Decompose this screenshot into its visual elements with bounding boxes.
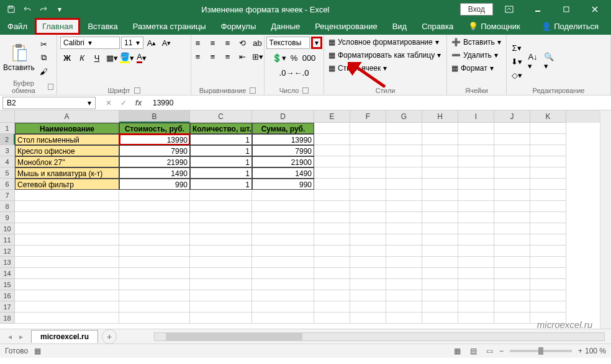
- cell-F5[interactable]: [350, 167, 386, 179]
- cell-H6[interactable]: [422, 179, 458, 190]
- cell-E3[interactable]: [314, 145, 350, 156]
- font-color-icon[interactable]: A▾: [135, 51, 148, 64]
- cell-C2[interactable]: 1: [190, 134, 252, 145]
- vertical-scrollbar[interactable]: [600, 110, 611, 329]
- cell-A2[interactable]: Стол письменный: [15, 134, 119, 145]
- row-header-11[interactable]: 11: [0, 234, 15, 246]
- cell-E8[interactable]: [314, 201, 350, 212]
- cell-H3[interactable]: [422, 145, 458, 156]
- cell-E5[interactable]: [314, 167, 350, 179]
- column-header-C[interactable]: C: [190, 110, 252, 123]
- cell-G9[interactable]: [386, 212, 422, 223]
- cell-E9[interactable]: [314, 212, 350, 223]
- cell-C16[interactable]: [190, 290, 252, 301]
- ribbon-display-icon[interactable]: [497, 0, 522, 19]
- save-icon[interactable]: [4, 2, 19, 17]
- cell-A15[interactable]: [15, 279, 119, 290]
- cell-D16[interactable]: [252, 290, 314, 301]
- clipboard-launcher[interactable]: [48, 84, 53, 90]
- cell-K4[interactable]: [530, 156, 566, 167]
- row-header-9[interactable]: 9: [0, 212, 15, 223]
- orientation-icon[interactable]: ⟲: [236, 37, 250, 49]
- cell-I16[interactable]: [458, 290, 494, 301]
- cell-G5[interactable]: [386, 167, 422, 179]
- cell-J11[interactable]: [494, 234, 530, 246]
- cell-E7[interactable]: [314, 190, 350, 201]
- cell-A17[interactable]: [15, 301, 119, 313]
- cell-H15[interactable]: [422, 279, 458, 290]
- cell-C17[interactable]: [190, 301, 252, 313]
- cell-F14[interactable]: [350, 268, 386, 279]
- cell-G10[interactable]: [386, 223, 422, 234]
- column-header-K[interactable]: K: [530, 110, 566, 123]
- cell-B3[interactable]: 7990: [119, 145, 190, 156]
- cell-H7[interactable]: [422, 190, 458, 201]
- cell-I2[interactable]: [458, 134, 494, 145]
- tab-view[interactable]: Вид: [385, 18, 415, 35]
- page-break-view-icon[interactable]: ▭: [483, 345, 497, 357]
- cell-J4[interactable]: [494, 156, 530, 167]
- cell-F1[interactable]: [350, 123, 386, 134]
- cell-H4[interactable]: [422, 156, 458, 167]
- fx-icon[interactable]: fx: [132, 97, 145, 109]
- cell-B16[interactable]: [119, 290, 190, 301]
- cell-B6[interactable]: 990: [119, 179, 190, 190]
- cell-G15[interactable]: [386, 279, 422, 290]
- row-header-10[interactable]: 10: [0, 223, 15, 234]
- increase-font-icon[interactable]: A▴: [145, 37, 158, 49]
- cell-A9[interactable]: [15, 212, 119, 223]
- cell-K1[interactable]: [530, 123, 566, 134]
- row-header-18[interactable]: 18: [0, 313, 15, 324]
- cell-H5[interactable]: [422, 167, 458, 179]
- cell-G12[interactable]: [386, 246, 422, 257]
- number-format-dropdown[interactable]: ▾: [311, 37, 322, 49]
- cell-B4[interactable]: 21990: [119, 156, 190, 167]
- row-header-16[interactable]: 16: [0, 290, 15, 301]
- align-center-icon[interactable]: ≡: [206, 50, 220, 63]
- cell-D14[interactable]: [252, 268, 314, 279]
- row-header-1[interactable]: 1: [0, 123, 15, 134]
- cell-G13[interactable]: [386, 257, 422, 268]
- accounting-format-icon[interactable]: 💲▾: [273, 51, 286, 64]
- column-header-D[interactable]: D: [252, 110, 314, 123]
- cell-J14[interactable]: [494, 268, 530, 279]
- find-select-icon[interactable]: 🔍▾: [542, 52, 556, 71]
- cell-F2[interactable]: [350, 134, 386, 145]
- cell-A18[interactable]: [15, 313, 119, 324]
- cell-A10[interactable]: [15, 223, 119, 234]
- cell-C12[interactable]: [190, 246, 252, 257]
- cell-H1[interactable]: [422, 123, 458, 134]
- cell-C8[interactable]: [190, 201, 252, 212]
- row-header-12[interactable]: 12: [0, 246, 15, 257]
- cell-H9[interactable]: [422, 212, 458, 223]
- cell-G4[interactable]: [386, 156, 422, 167]
- cell-C14[interactable]: [190, 268, 252, 279]
- tab-help[interactable]: Справка: [414, 18, 461, 35]
- column-header-F[interactable]: F: [350, 110, 386, 123]
- cell-G6[interactable]: [386, 179, 422, 190]
- paste-button[interactable]: Вставить: [3, 43, 35, 72]
- cell-I3[interactable]: [458, 145, 494, 156]
- enter-icon[interactable]: ✓: [117, 97, 130, 109]
- cell-J5[interactable]: [494, 167, 530, 179]
- cell-K12[interactable]: [530, 246, 566, 257]
- cell-A6[interactable]: Сетевой фильтр: [15, 179, 119, 190]
- cell-D1[interactable]: Сумма, руб.: [252, 123, 314, 134]
- formula-input[interactable]: [149, 99, 611, 107]
- cell-H17[interactable]: [422, 301, 458, 313]
- cell-K11[interactable]: [530, 234, 566, 246]
- cell-F9[interactable]: [350, 212, 386, 223]
- redo-icon[interactable]: [36, 2, 51, 17]
- cell-E16[interactable]: [314, 290, 350, 301]
- cell-I6[interactable]: [458, 179, 494, 190]
- zoom-level[interactable]: 100 %: [585, 347, 606, 355]
- cell-D8[interactable]: [252, 201, 314, 212]
- normal-view-icon[interactable]: ▦: [451, 345, 464, 357]
- cell-D10[interactable]: [252, 223, 314, 234]
- cell-I17[interactable]: [458, 301, 494, 313]
- cell-K13[interactable]: [530, 257, 566, 268]
- cell-I7[interactable]: [458, 190, 494, 201]
- cell-J6[interactable]: [494, 179, 530, 190]
- cell-H11[interactable]: [422, 234, 458, 246]
- cell-B10[interactable]: [119, 223, 190, 234]
